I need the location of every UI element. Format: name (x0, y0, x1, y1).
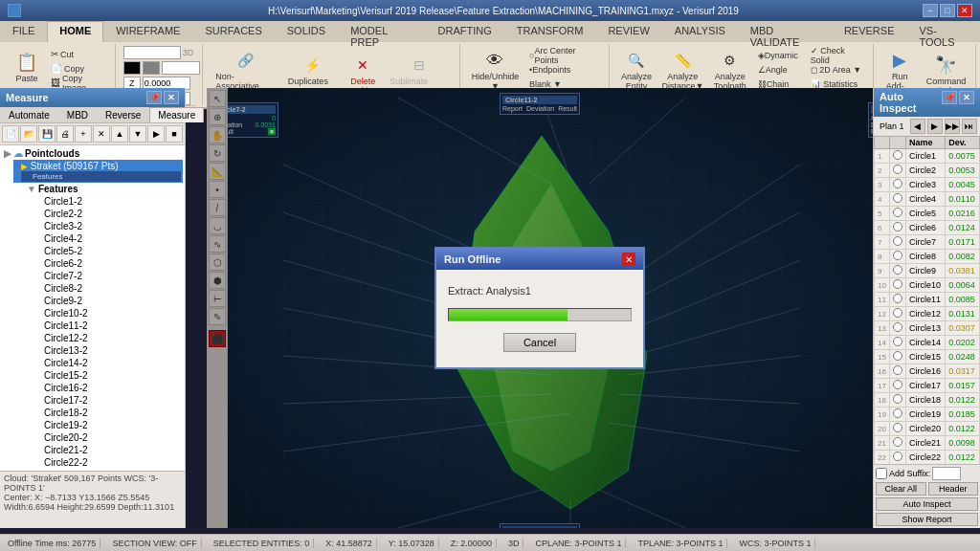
tree-item-circle6-2[interactable]: Circle6-2 (36, 257, 183, 270)
sub-tab-mbd[interactable]: MBD (58, 107, 97, 122)
dynamic-btn[interactable]: ◈ Dynamic (753, 49, 803, 62)
toolbar-open-btn[interactable]: 📂 (20, 125, 37, 143)
right-panel-table-container[interactable]: Name Dev. 1 Circle1 0.0075 2 Circle2 0.0… (874, 136, 980, 464)
toolbar-down-btn[interactable]: ▼ (129, 125, 146, 143)
table-row[interactable]: 18 Circle18 0.0122 (875, 393, 980, 408)
row-radio[interactable] (889, 293, 905, 307)
row-radio[interactable] (889, 379, 905, 393)
arc-center-pts-btn[interactable]: ○ Arc Center Points (524, 49, 603, 62)
row-radio[interactable] (889, 393, 905, 408)
table-row[interactable]: 10 Circle10 0.0064 (875, 278, 980, 293)
table-row[interactable]: 21 Circle21 0.0098 (875, 436, 980, 451)
tab-file[interactable]: FILE (0, 21, 47, 42)
close-btn[interactable]: ✕ (957, 4, 972, 17)
paste-btn[interactable]: 📋 Paste (10, 48, 44, 90)
table-row[interactable]: 6 Circle6 0.0124 (875, 221, 980, 235)
analyze-entity-btn[interactable]: 🔍 Analyze Entity (617, 46, 656, 94)
sub-tab-measure[interactable]: Measure (149, 107, 204, 122)
tree-item-circle18-2[interactable]: Circle18-2 (36, 407, 183, 419)
row-radio[interactable] (889, 250, 905, 264)
right-panel-pin-btn[interactable]: 📌 (942, 91, 957, 104)
table-row[interactable]: 11 Circle11 0.0085 (875, 293, 980, 307)
tab-vstools[interactable]: VS-TOOLS (906, 21, 980, 42)
tree-item-straket[interactable]: ▶ Straket (509167 Pts) Features (13, 160, 183, 183)
2d-area-btn[interactable]: ◻ 2D Area ▼ (806, 63, 867, 77)
toolbar-stop-btn[interactable]: ■ (166, 125, 183, 143)
tab-wireframe[interactable]: WIREFRAME (103, 21, 192, 42)
tree-item-circle20-2[interactable]: Circle20-2 (36, 431, 183, 444)
tree-item-circle1-2[interactable]: Circle1-2 (36, 195, 183, 208)
toolbar-add-btn[interactable]: + (75, 125, 92, 143)
table-row[interactable]: 12 Circle12 0.0131 (875, 307, 980, 321)
hide-show-btn[interactable]: 👁 Hide/Unhide ▼ (468, 46, 523, 94)
table-row[interactable]: 5 Circle5 0.0216 (875, 207, 980, 221)
table-row[interactable]: 14 Circle14 0.0202 (875, 336, 980, 350)
row-radio[interactable] (889, 364, 905, 379)
tree-item-circle14-2[interactable]: Circle14-2 (36, 357, 183, 369)
row-radio[interactable] (889, 307, 905, 321)
table-row[interactable]: 15 Circle15 0.0248 (875, 350, 980, 364)
row-radio[interactable] (889, 207, 905, 221)
row-radio[interactable] (889, 350, 905, 364)
sub-tab-reverse[interactable]: Reverse (97, 107, 149, 122)
tab-modelprep[interactable]: MODEL PREP (338, 21, 425, 42)
tree-section-pointclouds[interactable]: ☁ Pointclouds (2, 147, 183, 160)
tab-surfaces[interactable]: SURFACES (192, 21, 274, 42)
row-radio[interactable] (889, 192, 905, 207)
tab-review[interactable]: REVIEW (595, 21, 661, 42)
table-row[interactable]: 3 Circle3 0.0045 (875, 178, 980, 192)
row-radio[interactable] (889, 321, 905, 336)
toolbar-run-btn[interactable]: ▶ (147, 125, 165, 143)
table-row[interactable]: 19 Circle19 0.0185 (875, 408, 980, 422)
right-panel-close-btn[interactable]: ✕ (959, 91, 974, 104)
tree-item-circle19-2[interactable]: Circle19-2 (36, 419, 183, 431)
auto-inspect-btn[interactable]: Auto Inspect (876, 497, 978, 511)
row-radio[interactable] (889, 436, 905, 451)
row-radio[interactable] (889, 164, 905, 178)
cut-btn[interactable]: ✂ Cut (46, 48, 109, 61)
analyze-distance-btn[interactable]: 📏 Analyze Distance▼ (658, 46, 707, 94)
plan-play-btn[interactable]: ▶▶ (945, 119, 960, 134)
table-row[interactable]: 4 Circle4 0.0110 (875, 192, 980, 207)
toolbar-save-btn[interactable]: 💾 (38, 125, 56, 143)
header-btn[interactable]: Header (928, 482, 979, 496)
tree-item-circle9-2[interactable]: Circle9-2 (36, 295, 183, 307)
tree-item-circle7-2[interactable]: Circle7-2 (36, 270, 183, 282)
maximize-btn[interactable]: □ (940, 4, 955, 17)
check-solid-btn[interactable]: ✓ Check Solid (806, 49, 867, 62)
row-radio[interactable] (889, 264, 905, 278)
minimize-btn[interactable]: − (923, 4, 938, 17)
plan-end-btn[interactable]: ⏭ (962, 119, 977, 134)
tree-area[interactable]: ☁ Pointclouds ▶ Straket (509167 Pts) Fea… (0, 145, 185, 471)
toolbar-delete-btn[interactable]: ✕ (93, 125, 110, 143)
tab-drafting[interactable]: DRAFTING (426, 21, 504, 42)
row-radio[interactable] (889, 235, 905, 250)
sub-tab-automate[interactable]: Automate (0, 107, 58, 122)
row-radio[interactable] (889, 278, 905, 293)
toolbar-up-btn[interactable]: ▲ (111, 125, 128, 143)
tree-item-circle17-2[interactable]: Circle17-2 (36, 394, 183, 407)
tab-solids[interactable]: SOLIDS (275, 21, 338, 42)
tree-section-features[interactable]: Features (25, 183, 183, 195)
toolbar-new-btn[interactable]: 📄 (2, 125, 19, 143)
table-row[interactable]: 16 Circle16 0.0317 (875, 364, 980, 379)
angle-btn[interactable]: ∠ Angle (753, 63, 803, 77)
row-radio[interactable] (889, 408, 905, 422)
tab-transform[interactable]: TRANSFORM (504, 21, 596, 42)
table-row[interactable]: 1 Circle1 0.0075 (875, 149, 980, 164)
row-radio[interactable] (889, 178, 905, 192)
tree-item-circle22-2[interactable]: Circle22-2 (36, 456, 183, 469)
toolbar-print-btn[interactable]: 🖨 (56, 125, 74, 143)
tree-item-circle12-2[interactable]: Circle12-2 (36, 332, 183, 344)
tree-item-circle15-2[interactable]: Circle15-2 (36, 369, 183, 382)
row-radio[interactable] (889, 221, 905, 235)
tree-item-circle10-2[interactable]: Circle10-2 (36, 307, 183, 320)
row-radio[interactable] (889, 149, 905, 164)
modal-cancel-btn[interactable]: Cancel (503, 333, 576, 352)
tree-item-circle16-2[interactable]: Circle16-2 (36, 382, 183, 394)
panel-close-btn[interactable]: ✕ (164, 91, 179, 104)
table-row[interactable]: 22 Circle22 0.0122 (875, 451, 980, 465)
panel-pin-btn[interactable]: 📌 (146, 91, 162, 104)
tab-mbd[interactable]: MBD VALIDATE (738, 21, 832, 42)
clear-all-btn[interactable]: Clear All (876, 482, 926, 496)
